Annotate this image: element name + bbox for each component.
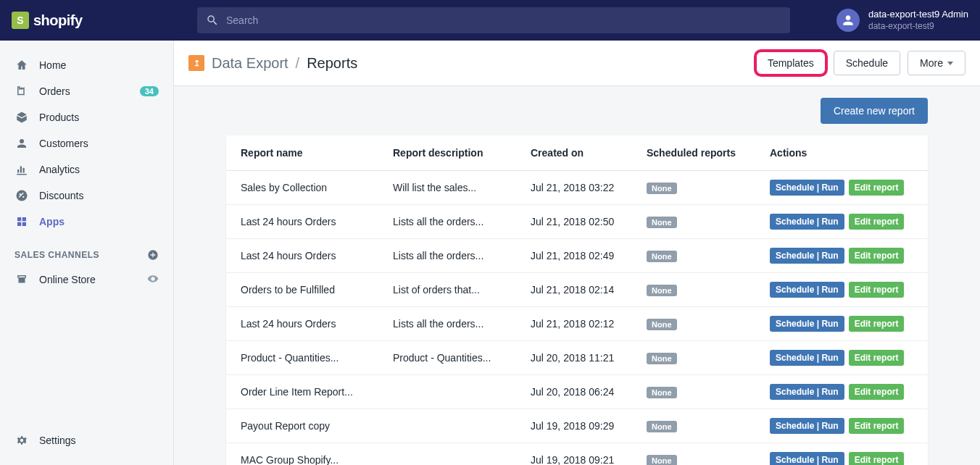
cell-scheduled: None	[632, 409, 755, 443]
cell-created: Jul 19, 2018 09:21	[516, 443, 632, 466]
cell-created: Jul 21, 2018 02:12	[516, 307, 632, 341]
cell-desc: Will list the sales...	[378, 171, 516, 205]
user-store: data-export-test9	[868, 21, 968, 33]
edit-report-button[interactable]: Edit report	[849, 384, 905, 400]
edit-report-button[interactable]: Edit report	[849, 418, 905, 434]
table-row: Last 24 hours Orders Lists all the order…	[226, 307, 928, 341]
logo-text: shopify	[33, 12, 83, 29]
edit-report-button[interactable]: Edit report	[849, 180, 905, 196]
header-actions: Templates Schedule More	[755, 51, 966, 75]
none-badge: None	[647, 353, 677, 364]
cell-created: Jul 20, 2018 06:24	[516, 375, 632, 409]
sidebar-item-online-store[interactable]: Online Store	[0, 267, 173, 293]
cell-created: Jul 20, 2018 11:21	[516, 341, 632, 375]
main-content: ↥ Data Export / Reports Templates Schedu…	[174, 41, 980, 465]
table-row: Last 24 hours Orders Lists all the order…	[226, 205, 928, 239]
schedule-run-button[interactable]: Schedule | Run	[770, 214, 844, 230]
sidebar-item-customers[interactable]: Customers	[0, 130, 173, 156]
schedule-run-button[interactable]: Schedule | Run	[770, 418, 844, 434]
user-text: data-export-test9 Admin data-export-test…	[868, 9, 968, 32]
search-icon	[206, 14, 219, 27]
schedule-run-button[interactable]: Schedule | Run	[770, 350, 844, 366]
view-icon[interactable]	[147, 273, 159, 287]
more-label: More	[920, 57, 943, 69]
sales-channels-header: SALES CHANNELS	[0, 235, 173, 267]
sidebar-item-apps[interactable]: Apps	[0, 209, 173, 235]
cell-created: Jul 19, 2018 09:29	[516, 409, 632, 443]
cell-desc: Lists all the orders...	[378, 239, 516, 273]
analytics-icon	[14, 162, 29, 177]
none-badge: None	[647, 217, 677, 228]
shopify-bag-icon: S	[12, 12, 29, 29]
sidebar-item-label: Products	[39, 112, 79, 123]
reports-table: Report name Report description Created o…	[226, 135, 928, 465]
person-icon	[841, 13, 855, 28]
cell-name: MAC Group Shopify...	[226, 443, 378, 466]
none-badge: None	[647, 455, 677, 465]
create-report-button[interactable]: Create new report	[821, 98, 928, 124]
cell-scheduled: None	[632, 443, 755, 466]
edit-report-button[interactable]: Edit report	[849, 316, 905, 332]
sidebar-item-products[interactable]: Products	[0, 104, 173, 130]
sidebar: Home Orders 34 Products Customers Analyt…	[0, 41, 174, 465]
schedule-run-button[interactable]: Schedule | Run	[770, 452, 844, 465]
products-icon	[14, 110, 29, 125]
sidebar-item-discounts[interactable]: Discounts	[0, 183, 173, 209]
sidebar-item-orders[interactable]: Orders 34	[0, 78, 173, 104]
breadcrumb-app[interactable]: Data Export	[212, 55, 288, 72]
sidebar-item-label: Orders	[39, 85, 70, 97]
schedule-run-button[interactable]: Schedule | Run	[770, 282, 844, 298]
cell-desc	[378, 375, 516, 409]
sidebar-item-analytics[interactable]: Analytics	[0, 156, 173, 183]
sidebar-item-label: Analytics	[39, 164, 80, 175]
sidebar-item-label: Settings	[39, 435, 76, 446]
table-row: Orders to be Fulfilled List of orders th…	[226, 273, 928, 307]
edit-report-button[interactable]: Edit report	[849, 350, 905, 366]
cell-created: Jul 21, 2018 02:14	[516, 273, 632, 307]
col-desc: Report description	[378, 135, 516, 171]
sidebar-item-home[interactable]: Home	[0, 52, 173, 78]
breadcrumb-current: Reports	[307, 55, 357, 72]
edit-report-button[interactable]: Edit report	[849, 248, 905, 264]
cell-desc: Product - Quantities...	[378, 341, 516, 375]
search-box[interactable]	[197, 7, 790, 33]
user-menu[interactable]: data-export-test9 Admin data-export-test…	[825, 9, 968, 32]
cell-scheduled: None	[632, 341, 755, 375]
cell-desc	[378, 443, 516, 466]
schedule-run-button[interactable]: Schedule | Run	[770, 180, 844, 196]
page-header: ↥ Data Export / Reports Templates Schedu…	[174, 41, 980, 86]
templates-button[interactable]: Templates	[755, 51, 826, 75]
cell-desc: Lists all the orders...	[378, 205, 516, 239]
table-row: Payout Report copy Jul 19, 2018 09:29 No…	[226, 409, 928, 443]
schedule-run-button[interactable]: Schedule | Run	[770, 316, 844, 332]
edit-report-button[interactable]: Edit report	[849, 452, 905, 465]
more-button[interactable]: More	[908, 51, 966, 75]
cell-scheduled: None	[632, 171, 755, 205]
table-row: MAC Group Shopify... Jul 19, 2018 09:21 …	[226, 443, 928, 466]
search-input[interactable]	[226, 14, 781, 26]
cell-scheduled: None	[632, 307, 755, 341]
customers-icon	[14, 136, 29, 151]
edit-report-button[interactable]: Edit report	[849, 282, 905, 298]
sidebar-item-label: Online Store	[39, 274, 96, 285]
home-icon	[14, 58, 29, 72]
col-created: Created on	[516, 135, 632, 171]
none-badge: None	[647, 285, 677, 296]
sidebar-item-settings[interactable]: Settings	[0, 427, 173, 453]
schedule-run-button[interactable]: Schedule | Run	[770, 248, 844, 264]
reports-panel: Report name Report description Created o…	[226, 135, 928, 465]
cell-name: Orders to be Fulfilled	[226, 273, 378, 307]
cell-scheduled: None	[632, 239, 755, 273]
app-icon: ↥	[188, 55, 204, 71]
cell-scheduled: None	[632, 375, 755, 409]
table-row: Sales by Collection Will list the sales.…	[226, 171, 928, 205]
schedule-button[interactable]: Schedule	[834, 51, 900, 75]
schedule-run-button[interactable]: Schedule | Run	[770, 384, 844, 400]
cell-name: Last 24 hours Orders	[226, 205, 378, 239]
cell-name: Payout Report copy	[226, 409, 378, 443]
add-channel-icon[interactable]	[147, 249, 159, 261]
edit-report-button[interactable]: Edit report	[849, 214, 905, 230]
col-scheduled: Scheduled reports	[632, 135, 755, 171]
user-name: data-export-test9 Admin	[868, 9, 968, 21]
logo[interactable]: S shopify	[12, 12, 171, 29]
